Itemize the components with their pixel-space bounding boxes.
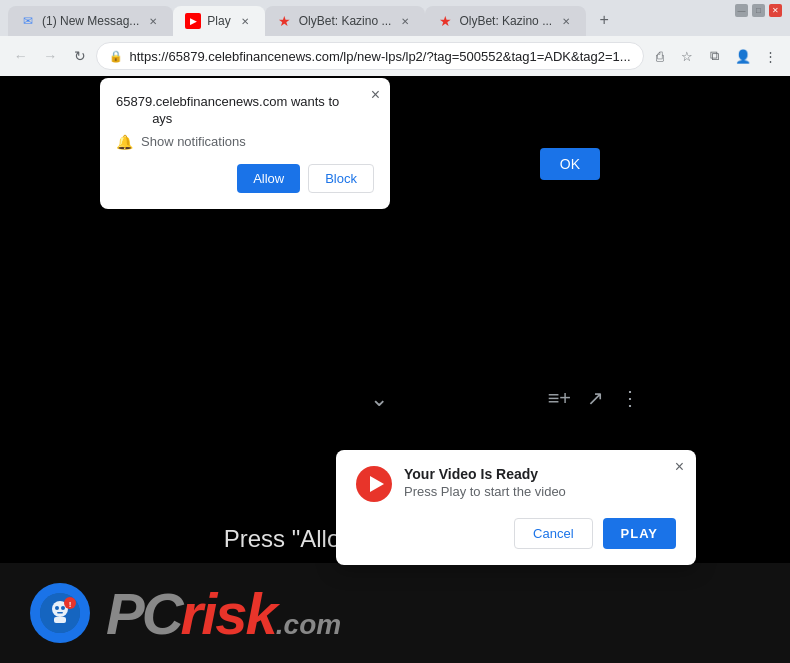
browser-window: ✉ (1) New Messag... ✕ ▶ Play ✕ ★ OlyBet:… [0,0,790,663]
svg-point-7 [61,606,65,610]
bookmark-button[interactable]: ☆ [675,43,699,69]
video-popup-close[interactable]: × [675,458,684,476]
menu-button[interactable]: ⋮ [758,43,782,69]
tab-mail[interactable]: ✉ (1) New Messag... ✕ [8,6,173,36]
pcrisk-logo-circle: ! [30,583,90,643]
tab-play-label: Play [207,14,230,28]
ok-button[interactable]: OK [540,148,600,180]
media-controls: ≡+ ↗ ⋮ [548,386,640,410]
pcrisk-robot-icon: ! [38,591,82,635]
pc-text: PC [106,580,181,647]
risk-text: risk [181,580,276,647]
share-media-icon[interactable]: ↗ [587,386,604,410]
tab-bar: ✉ (1) New Messag... ✕ ▶ Play ✕ ★ OlyBet:… [0,0,790,36]
play-favicon: ▶ [185,13,201,29]
block-button[interactable]: Block [308,164,374,193]
video-ready-dialog: × Your Video Is Ready Press Play to star… [336,450,696,565]
svg-text:!: ! [69,600,72,609]
tab-play-close[interactable]: ✕ [237,13,253,29]
cancel-video-button[interactable]: Cancel [514,518,592,549]
forward-button[interactable]: → [37,42,62,70]
bell-icon: 🔔 [116,134,133,150]
tab-olybet1-label: OlyBet: Kazino ... [299,14,392,28]
new-tab-button[interactable]: + [590,6,618,34]
address-text: https://65879.celebfinancenews.com/lp/ne… [129,49,630,64]
address-bar-row: ← → ↻ 🔒 https://65879.celebfinancenews.c… [0,36,790,76]
tab-olybet2[interactable]: ★ OlyBet: Kazino ... ✕ [425,6,586,36]
more-options-icon[interactable]: ⋮ [620,386,640,410]
close-button[interactable]: ✕ [769,4,782,17]
maximize-button[interactable]: □ [752,4,765,17]
notif-label: Show notifications [141,134,246,149]
pcrisk-brand-text: PC risk .com [106,580,341,647]
lock-icon: 🔒 [109,50,123,63]
pcrisk-logo-area: ! PC risk .com [0,563,790,663]
notif-site-text: 65879.celebfinancenews.com wants to ays [116,94,374,128]
olybet1-favicon: ★ [277,13,293,29]
svg-rect-8 [57,612,63,614]
tab-mail-close[interactable]: ✕ [145,13,161,29]
notif-bell-row: 🔔 Show notifications [116,134,374,150]
mail-favicon: ✉ [20,13,36,29]
allow-button[interactable]: Allow [237,164,300,193]
tab-mail-label: (1) New Messag... [42,14,139,28]
notification-permission-dialog: × 65879.celebfinancenews.com wants to ay… [100,78,390,209]
tab-play[interactable]: ▶ Play ✕ [173,6,264,36]
svg-point-6 [55,606,59,610]
com-text: .com [276,609,341,641]
video-popup-buttons: Cancel PLAY [356,518,676,549]
back-button[interactable]: ← [8,42,33,70]
arrow-down-icon: ⌄ [370,386,388,412]
play-video-button[interactable]: PLAY [603,518,676,549]
olybet2-favicon: ★ [437,13,453,29]
page-content: × 65879.celebfinancenews.com wants to ay… [0,76,790,663]
video-ready-subtitle: Press Play to start the video [404,484,566,499]
tab-olybet1-close[interactable]: ✕ [397,13,413,29]
minimize-button[interactable]: — [735,4,748,17]
window-controls: — □ ✕ [735,4,782,17]
address-bar[interactable]: 🔒 https://65879.celebfinancenews.com/lp/… [96,42,643,70]
notif-buttons: Allow Block [116,164,374,193]
video-popup-text: Your Video Is Ready Press Play to start … [404,466,566,499]
notif-dialog-close[interactable]: × [371,86,380,104]
video-popup-header: Your Video Is Ready Press Play to start … [356,466,676,502]
share-button[interactable]: ⎙ [648,43,672,69]
tab-olybet2-close[interactable]: ✕ [558,13,574,29]
extensions-button[interactable]: ⧉ [703,43,727,69]
account-button[interactable]: 👤 [731,43,755,69]
add-queue-icon[interactable]: ≡+ [548,387,571,410]
video-play-icon [356,466,392,502]
tab-olybet1[interactable]: ★ OlyBet: Kazino ... ✕ [265,6,426,36]
video-ready-title: Your Video Is Ready [404,466,566,482]
tab-olybet2-label: OlyBet: Kazino ... [459,14,552,28]
reload-button[interactable]: ↻ [67,42,92,70]
svg-rect-5 [54,617,66,623]
